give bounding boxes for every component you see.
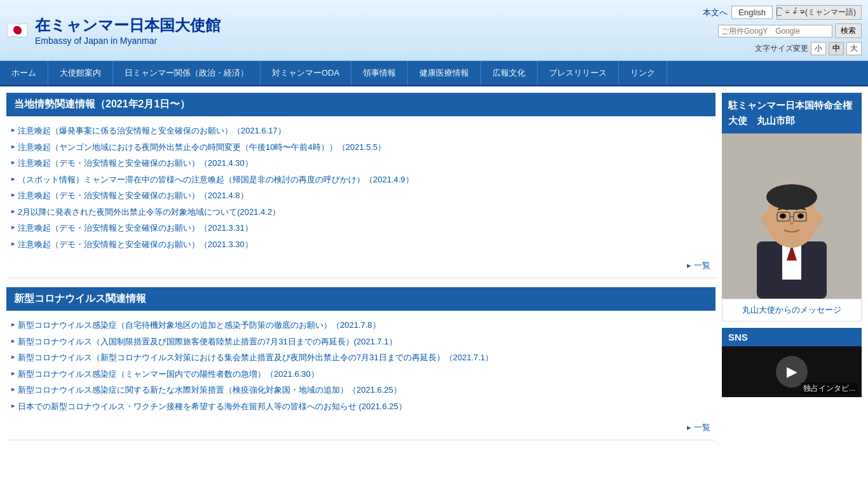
- section2-ichiran-link[interactable]: 一覧: [687, 423, 710, 432]
- content-area: 当地情勢関連情報（2021年2月1日〜） 注意喚起（爆発事案に係る治安情報と安全…: [6, 93, 715, 449]
- svg-point-10: [812, 212, 822, 227]
- japan-flag: 🇯🇵: [6, 20, 29, 41]
- svg-point-6: [766, 184, 817, 210]
- language-row: 本文へ English မြန်မာ(ミャンマー語): [703, 5, 862, 20]
- fontsize-large-button[interactable]: 大: [846, 42, 862, 55]
- nav-jp-myanmar-relations[interactable]: 日ミャンマー関係（政治・経済）: [113, 61, 261, 85]
- article-link[interactable]: 注意喚起（デモ・治安情報と安全確保のお願い）（2021.4.8）: [18, 189, 248, 202]
- sidebar: 駐ミャンマー日本国特命全権大使 丸山市郎: [722, 93, 862, 449]
- header-left: 🇯🇵 在ミャンマー日本国大使館 Embassy of Japan in Myan…: [6, 15, 220, 46]
- sns-content: ▶ 独占インタビ...: [722, 346, 862, 397]
- list-item: 新型コロナウイルス感染症（ミャンマー国内での陽性者数の急増）（2021.6.30…: [11, 366, 710, 383]
- search-row: 検索: [718, 24, 862, 38]
- list-item: 2月以降に発表された夜間外出禁止令等の対象地域について(2021.4.2）: [11, 204, 710, 220]
- article-link[interactable]: 注意喚起（デモ・治安情報と安全確保のお願い）（2021.3.31）: [18, 222, 253, 234]
- fontsize-medium-button[interactable]: 中: [829, 42, 844, 55]
- site-title: 在ミャンマー日本国大使館 Embassy of Japan in Myanmar: [35, 15, 220, 46]
- list-item: 新型コロナウイルス感染症に関する新たな水際対策措置（検疫強化対象国・地域の追加）…: [11, 382, 710, 398]
- article-link[interactable]: 新型コロナウイルス感染症（ミャンマー国内での陽性者数の急増）（2021.6.30…: [18, 368, 319, 381]
- svg-point-8: [797, 214, 804, 219]
- section1-header: 当地情勢関連情報（2021年2月1日〜）: [6, 93, 715, 116]
- honbun-link[interactable]: 本文へ: [703, 7, 728, 18]
- article-link[interactable]: 新型コロナウイルス（新型コロナウイルス対策における集会禁止措置及び夜間外出禁止令…: [18, 351, 493, 364]
- section2-header: 新型コロナウイルス関連情報: [6, 287, 715, 311]
- list-item: 新型コロナウイルス（入国制限措置及び国際旅客便着陸禁止措置の7月31日までの再延…: [11, 334, 710, 350]
- article-link[interactable]: 新型コロナウイルス感染症に関する新たな水際対策措置（検疫強化対象国・地域の追加）…: [18, 384, 402, 396]
- list-item: 注意喚起（爆発事案に係る治安情報と安全確保のお願い）（2021.6.17）: [11, 123, 710, 139]
- section1-article-list: 注意喚起（爆発事案に係る治安情報と安全確保のお願い）（2021.6.17） 注意…: [6, 123, 715, 252]
- article-link[interactable]: 2月以降に発表された夜間外出禁止令等の対象地域について(2021.4.2）: [18, 206, 280, 219]
- search-input[interactable]: [718, 25, 832, 37]
- site-title-japanese: 在ミャンマー日本国大使館: [35, 15, 220, 36]
- main-content: 当地情勢関連情報（2021年2月1日〜） 注意喚起（爆発事案に係る治安情報と安全…: [0, 86, 868, 456]
- nav-culture[interactable]: 広報文化: [481, 61, 538, 85]
- list-item: （スポット情報）ミャンマー滞在中の皆様への注意喚起（帰国是非の検討の再度の呼びか…: [11, 172, 710, 188]
- nav-health[interactable]: 健康医療情報: [408, 61, 481, 85]
- section2-article-list: 新型コロナウイルス感染症（自宅待機対象地区の追加と感染予防策の徹底のお願い）（2…: [6, 317, 715, 414]
- article-link[interactable]: （スポット情報）ミャンマー滞在中の皆様への注意喚起（帰国是非の検討の再度の呼びか…: [18, 173, 414, 186]
- header-right: 本文へ English မြန်မာ(ミャンマー語) 検索 文字サイズ変更 小 …: [703, 5, 862, 55]
- list-item: 注意喚起（ヤンゴン地域における夜間外出禁止令の時間変更（午後10時〜午前4時））…: [11, 139, 710, 156]
- list-item: 注意喚起（デモ・治安情報と安全確保のお願い）（2021.4.8）: [11, 187, 710, 204]
- ambassador-name: 駐ミャンマー日本国特命全権大使 丸山市郎: [722, 93, 862, 133]
- nav-oda[interactable]: 対ミャンマーODA: [261, 61, 351, 85]
- ambassador-message-link[interactable]: 丸山大使からのメッセージ: [722, 299, 862, 322]
- nav-links[interactable]: リンク: [619, 61, 667, 85]
- nav-press[interactable]: プレスリリース: [538, 61, 619, 85]
- list-item: 注意喚起（デモ・治安情報と安全確保のお願い）（2021.4.30）: [11, 155, 710, 172]
- article-link[interactable]: 新型コロナウイルス（入国制限措置及び国際旅客便着陸禁止措置の7月31日までの再延…: [18, 336, 397, 348]
- list-item: 注意喚起（デモ・治安情報と安全確保のお願い）（2021.3.30）: [11, 236, 710, 253]
- list-item: 新型コロナウイルス感染症（自宅待機対象地区の追加と感染予防策の徹底のお願い）（2…: [11, 317, 710, 334]
- section2-ichiran-row: 一覧: [6, 419, 715, 440]
- article-link[interactable]: 日本での新型コロナウイルス・ワクチン接種を希望する海外在留邦人等の皆様へのお知ら…: [18, 400, 407, 413]
- fontsize-row: 文字サイズ変更 小 中 大: [755, 42, 862, 55]
- nav-consular[interactable]: 領事情報: [351, 61, 408, 85]
- sns-video-label: 独占インタビ...: [801, 383, 858, 395]
- svg-point-7: [780, 214, 786, 219]
- myanmar-language-button[interactable]: မြန်မာ(ミャンマー語): [776, 5, 862, 20]
- list-item: 新型コロナウイルス（新型コロナウイルス対策における集会禁止措置及び夜間外出禁止令…: [11, 349, 710, 366]
- search-button[interactable]: 検索: [835, 24, 862, 38]
- section1-ichiran-link[interactable]: 一覧: [687, 261, 710, 270]
- article-link[interactable]: 新型コロナウイルス感染症（自宅待機対象地区の追加と感染予防策の徹底のお願い）（2…: [18, 319, 381, 332]
- list-item: 注意喚起（デモ・治安情報と安全確保のお願い）（2021.3.31）: [11, 220, 710, 236]
- section1-ichiran-row: 一覧: [6, 257, 715, 278]
- list-item: 日本での新型コロナウイルス・ワクチン接種を希望する海外在留邦人等の皆様へのお知ら…: [11, 398, 710, 415]
- nav-embassy-info[interactable]: 大使館案内: [48, 61, 113, 85]
- svg-point-9: [761, 212, 771, 227]
- fontsize-label: 文字サイズ変更: [755, 43, 808, 54]
- fontsize-small-button[interactable]: 小: [811, 42, 826, 55]
- main-navigation: ホーム 大使館案内 日ミャンマー関係（政治・経済） 対ミャンマーODA 領事情報…: [0, 61, 868, 86]
- ambassador-photo-svg: [722, 133, 862, 299]
- site-title-english: Embassy of Japan in Myanmar: [35, 36, 220, 46]
- english-language-button[interactable]: English: [731, 6, 773, 19]
- nav-home[interactable]: ホーム: [0, 61, 48, 85]
- article-link[interactable]: 注意喚起（デモ・治安情報と安全確保のお願い）（2021.4.30）: [18, 157, 253, 170]
- article-link[interactable]: 注意喚起（爆発事案に係る治安情報と安全確保のお願い）（2021.6.17）: [18, 125, 286, 137]
- article-link[interactable]: 注意喚起（ヤンゴン地域における夜間外出禁止令の時間変更（午後10時〜午前4時））…: [18, 141, 386, 154]
- article-link[interactable]: 注意喚起（デモ・治安情報と安全確保のお願い）（2021.3.30）: [18, 238, 253, 251]
- ambassador-photo: [722, 133, 862, 299]
- sns-header: SNS: [722, 328, 862, 346]
- header: 🇯🇵 在ミャンマー日本国大使館 Embassy of Japan in Myan…: [0, 0, 868, 61]
